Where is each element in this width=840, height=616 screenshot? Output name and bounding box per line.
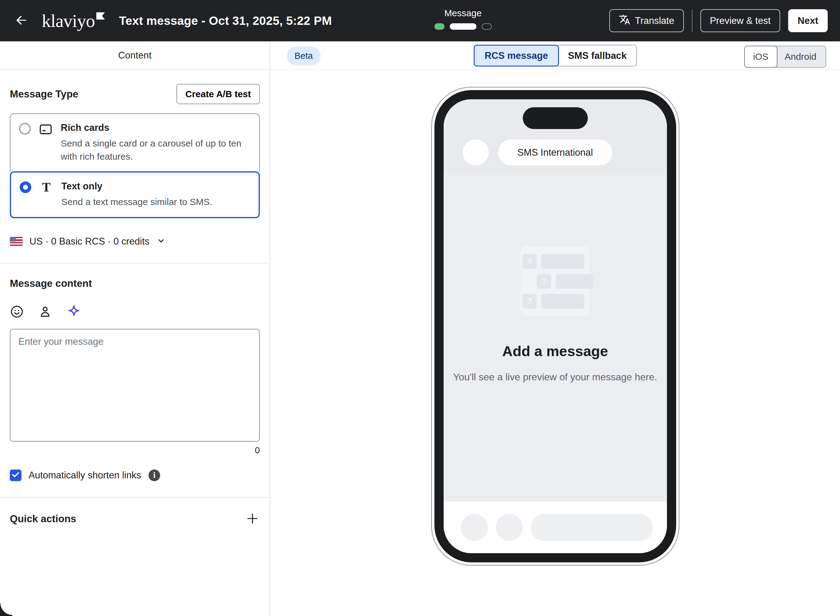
sending-profile-label: US · 0 Basic RCS · 0 credits	[29, 236, 149, 247]
tab-sms-fallback[interactable]: SMS fallback	[558, 45, 637, 66]
question-placeholder-icon: ?	[522, 254, 537, 269]
klaviyo-logo: klaviyo	[42, 12, 105, 30]
window-corner-artifact	[0, 603, 12, 616]
option-title: Rich cards	[61, 122, 251, 133]
translate-label: Translate	[635, 15, 674, 26]
phone-chat-area: ? ? ? Add a messa	[444, 173, 667, 502]
sender-avatar	[463, 139, 489, 166]
ai-assistant-button[interactable]	[66, 304, 82, 320]
phone-mockup: SMS International ? ?	[431, 87, 680, 566]
sender-name-pill: SMS International	[498, 139, 612, 166]
message-type-options: Rich cards Send a single card or a carou…	[10, 113, 260, 218]
chevron-down-icon	[156, 236, 166, 247]
option-text-only[interactable]: T Text only Send a text message similar …	[10, 171, 260, 218]
phone-input-bar	[444, 502, 667, 553]
phone-screen: SMS International ? ?	[444, 99, 667, 553]
text-only-icon: T	[39, 181, 53, 209]
toolbar-divider	[692, 9, 693, 32]
back-button[interactable]	[12, 12, 29, 29]
message-input[interactable]	[10, 329, 260, 441]
translate-button[interactable]: Translate	[609, 9, 684, 32]
step-progress: Message	[434, 8, 492, 30]
next-button[interactable]: Next	[788, 9, 828, 32]
toggle-ios[interactable]: iOS	[744, 45, 777, 68]
content-sidebar: Content Message Type Create A/B test	[0, 41, 270, 616]
klaviyo-wordmark: klaviyo	[42, 12, 95, 30]
option-description: Send a text message similar to SMS.	[61, 195, 212, 209]
section-divider	[0, 497, 270, 498]
empty-state-illustration: ? ? ?	[521, 246, 590, 316]
step-label: Message	[444, 8, 482, 18]
radio-rich-cards[interactable]	[19, 123, 31, 135]
option-rich-cards[interactable]: Rich cards Send a single card or a carou…	[10, 113, 260, 171]
empty-state-subtitle: You'll see a live preview of your messag…	[453, 370, 658, 384]
us-flag-icon	[10, 237, 23, 246]
shorten-links-checkbox[interactable]	[10, 469, 22, 481]
placeholder-bar	[556, 274, 593, 289]
apps-button-placeholder	[496, 514, 523, 541]
info-icon[interactable]: i	[149, 469, 160, 481]
step-pill-complete	[434, 23, 444, 30]
radio-text-only[interactable]	[20, 182, 31, 193]
checkmark-icon	[11, 471, 20, 480]
section-divider	[0, 263, 270, 264]
step-pill-current	[450, 23, 477, 30]
quick-actions-heading: Quick actions	[10, 513, 76, 525]
arrow-left-icon	[14, 13, 28, 28]
shorten-links-label: Automatically shorten links	[28, 470, 141, 481]
question-placeholder-icon: ?	[537, 274, 551, 289]
plus-icon	[245, 511, 260, 527]
preview-toolbar: Beta RCS message SMS fallback iOS Androi…	[270, 41, 840, 70]
tab-rcs-message[interactable]: RCS message	[474, 45, 559, 66]
question-placeholder-icon: ?	[522, 294, 537, 309]
option-description: Send a single card or a carousel of up t…	[61, 137, 251, 163]
dynamic-island	[523, 107, 588, 129]
placeholder-bar	[541, 254, 584, 269]
create-ab-test-button[interactable]: Create A/B test	[177, 84, 260, 104]
phone-bezel: SMS International ? ?	[434, 90, 676, 562]
platform-toggle: iOS Android	[744, 45, 826, 68]
message-content-heading: Message content	[10, 278, 260, 289]
klaviyo-flag-icon	[96, 12, 105, 21]
top-bar: klaviyo Text message - Oct 31, 2025, 5:2…	[0, 0, 840, 41]
step-pills	[434, 23, 492, 30]
page-title: Text message - Oct 31, 2025, 5:22 PM	[119, 14, 332, 28]
text-input-placeholder	[531, 514, 653, 541]
message-type-heading: Message Type	[10, 88, 78, 100]
person-icon	[38, 305, 52, 320]
toggle-android[interactable]: Android	[775, 45, 826, 68]
option-title: Text only	[61, 181, 212, 192]
rich-card-icon	[39, 122, 53, 163]
preview-test-label: Preview & test	[710, 15, 771, 26]
empty-state-title: Add a message	[444, 343, 667, 359]
sidebar-titlebar: Content	[0, 41, 270, 70]
camera-button-placeholder	[461, 514, 488, 541]
character-count: 0	[10, 445, 260, 455]
placeholder-bar	[541, 294, 584, 309]
step-pill-upcoming	[482, 23, 492, 30]
emoji-picker-button[interactable]	[10, 305, 24, 320]
ai-sparkle-icon	[66, 304, 82, 320]
sidebar-title: Content	[118, 50, 152, 61]
translate-icon	[619, 14, 630, 28]
message-tabs: RCS message SMS fallback	[474, 45, 637, 66]
beta-badge: Beta	[287, 47, 321, 65]
preview-panel: Beta RCS message SMS fallback iOS Androi…	[270, 41, 840, 616]
sending-profile-dropdown[interactable]: US · 0 Basic RCS · 0 credits	[10, 236, 260, 247]
emoji-icon	[10, 305, 24, 320]
preview-test-button[interactable]: Preview & test	[700, 9, 780, 32]
add-quick-action-button[interactable]	[245, 511, 260, 527]
personalization-button[interactable]	[38, 305, 52, 320]
